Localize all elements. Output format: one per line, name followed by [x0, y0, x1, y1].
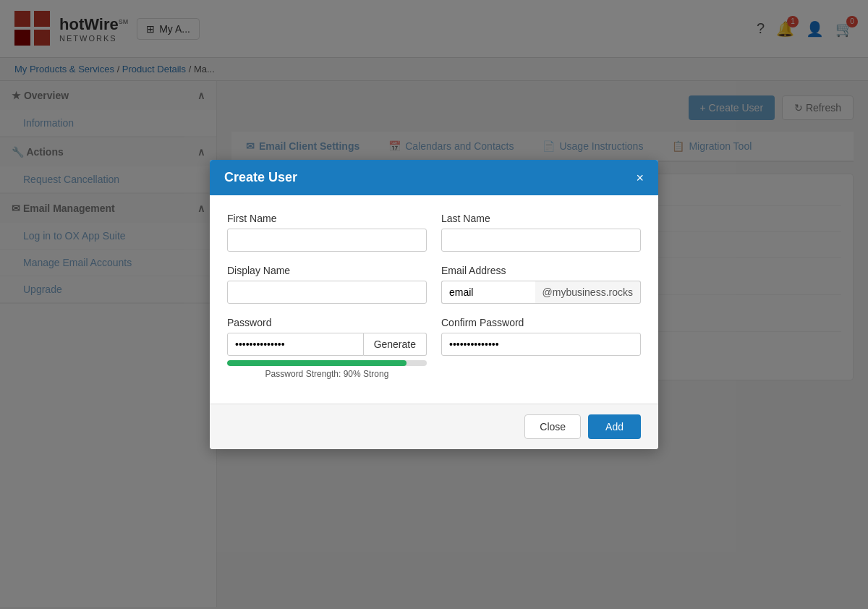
close-button[interactable]: Close: [524, 414, 581, 439]
last-name-input[interactable]: [441, 229, 641, 252]
form-row-name: First Name Last Name: [227, 213, 641, 252]
form-row-passwords: Password Generate Password Strength: 90%…: [227, 317, 641, 379]
modal-overlay: Create User × First Name Last Name Displ…: [0, 0, 868, 607]
form-group-last-name: Last Name: [441, 213, 641, 252]
first-name-input[interactable]: [227, 229, 427, 252]
form-group-first-name: First Name: [227, 213, 427, 252]
form-group-confirm-password: Confirm Password: [441, 317, 641, 379]
password-strength-container: Password Strength: 90% Strong: [227, 360, 427, 379]
form-group-email: Email Address @mybusiness.rocks: [441, 265, 641, 304]
create-user-modal: Create User × First Name Last Name Displ…: [210, 160, 658, 449]
password-strength-fill: [227, 360, 407, 366]
display-name-label: Display Name: [227, 265, 427, 276]
form-group-display-name: Display Name: [227, 265, 427, 304]
email-label: Email Address: [441, 265, 641, 276]
add-button[interactable]: Add: [588, 414, 641, 439]
email-input[interactable]: [441, 281, 535, 304]
password-input[interactable]: [227, 333, 364, 356]
modal-close-button[interactable]: ×: [636, 171, 644, 184]
modal-footer: Close Add: [210, 404, 658, 449]
modal-body: First Name Last Name Display Name Email …: [210, 195, 658, 404]
generate-button[interactable]: Generate: [364, 333, 427, 356]
display-name-input[interactable]: [227, 281, 427, 304]
last-name-label: Last Name: [441, 213, 641, 224]
modal-header: Create User ×: [210, 160, 658, 195]
password-strength-text: Password Strength: 90% Strong: [227, 369, 427, 379]
password-label: Password: [227, 317, 427, 328]
form-row-display-email: Display Name Email Address @mybusiness.r…: [227, 265, 641, 304]
modal-title: Create User: [224, 170, 297, 185]
confirm-password-label: Confirm Password: [441, 317, 641, 328]
email-domain: @mybusiness.rocks: [535, 281, 641, 304]
password-row: Generate: [227, 333, 427, 356]
password-strength-track: [227, 360, 427, 366]
form-group-password: Password Generate Password Strength: 90%…: [227, 317, 427, 379]
first-name-label: First Name: [227, 213, 427, 224]
confirm-password-input[interactable]: [441, 333, 641, 356]
email-field-group: @mybusiness.rocks: [441, 281, 641, 304]
